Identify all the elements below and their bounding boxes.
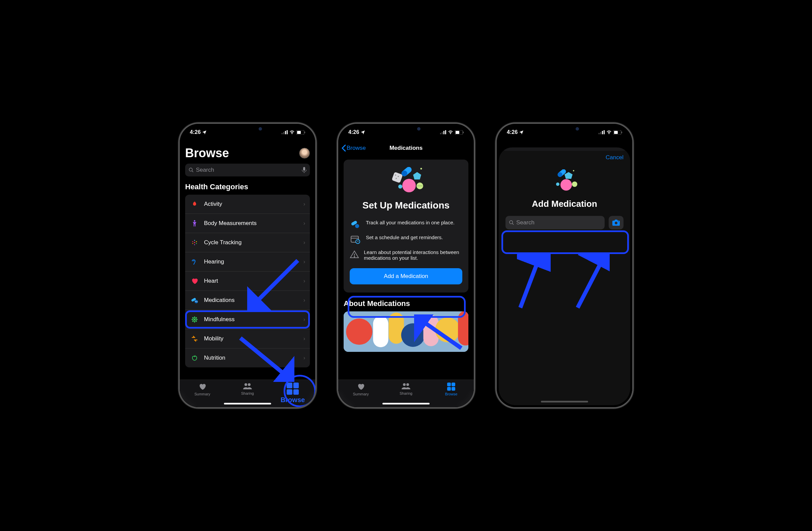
warning-icon: [350, 250, 359, 259]
search-icon: [509, 220, 514, 225]
svg-rect-70: [604, 130, 605, 134]
search-bar[interactable]: [185, 163, 310, 176]
tab-label: Browse: [280, 396, 305, 404]
home-indicator[interactable]: [382, 403, 430, 404]
mindfulness-icon: [191, 316, 198, 323]
feature-track: Track all your medications in one place.: [350, 217, 462, 232]
category-label: Heart: [204, 278, 304, 284]
svg-point-15: [192, 241, 193, 242]
tab-label: Sharing: [241, 391, 254, 396]
chevron-right-icon: ›: [304, 220, 305, 226]
category-medications[interactable]: Medications ›: [185, 291, 310, 310]
svg-rect-67: [598, 133, 599, 134]
heart-fill-icon: [357, 383, 365, 391]
battery-icon: [613, 130, 622, 134]
back-button[interactable]: Browse: [342, 145, 366, 152]
category-mindfulness[interactable]: Mindfulness ›: [185, 310, 310, 329]
category-activity[interactable]: Activity ›: [185, 195, 310, 214]
svg-rect-31: [440, 133, 441, 134]
category-cycle[interactable]: Cycle Tracking ›: [185, 233, 310, 252]
svg-point-8: [194, 220, 195, 221]
svg-point-21: [191, 319, 193, 320]
svg-point-19: [194, 316, 195, 318]
sheet-title: Add Medication: [499, 199, 630, 209]
camera-button[interactable]: [609, 216, 624, 229]
svg-rect-34: [445, 130, 446, 134]
svg-rect-59: [389, 312, 404, 344]
chevron-right-icon: ›: [304, 240, 305, 246]
category-label: Body Measurements: [204, 220, 304, 227]
pills-small-icon: [350, 220, 361, 229]
category-heart[interactable]: Heart ›: [185, 272, 310, 291]
svg-rect-7: [303, 167, 305, 171]
profile-avatar[interactable]: [299, 148, 310, 159]
svg-point-47: [398, 185, 402, 189]
home-indicator[interactable]: [224, 403, 271, 404]
battery-icon: [296, 130, 305, 134]
svg-point-45: [402, 179, 416, 192]
tab-browse[interactable]: Browse: [279, 383, 306, 404]
mic-icon[interactable]: [302, 167, 306, 173]
category-hearing[interactable]: Hearing ›: [185, 252, 310, 272]
svg-point-22: [196, 319, 198, 320]
svg-point-80: [573, 170, 574, 171]
tab-sharing[interactable]: Sharing: [392, 383, 420, 396]
cellular-icon: [598, 130, 605, 134]
svg-rect-63: [458, 311, 468, 345]
status-time: 4:26: [507, 129, 518, 135]
svg-point-48: [420, 168, 422, 170]
search-input[interactable]: [196, 167, 302, 173]
notch: [381, 124, 431, 134]
category-label: Mindfulness: [204, 316, 304, 323]
svg-rect-58: [373, 316, 388, 347]
svg-point-55: [354, 256, 355, 257]
category-label: Medications: [204, 297, 304, 304]
svg-point-10: [194, 240, 195, 241]
svg-rect-38: [392, 172, 403, 183]
about-card[interactable]: [344, 311, 468, 352]
svg-point-39: [395, 174, 396, 176]
apple-icon: [191, 354, 198, 362]
people-icon: [401, 383, 411, 390]
grid-icon: [287, 383, 299, 395]
category-body[interactable]: Body Measurements ›: [185, 214, 310, 233]
setup-card: Set Up Medications Track all your medica…: [344, 160, 468, 292]
home-indicator[interactable]: [541, 401, 588, 402]
phone-add-medication: 4:26 Cancel: [495, 123, 634, 408]
location-icon: [361, 130, 365, 134]
add-medication-button[interactable]: Add a Medication: [350, 268, 462, 284]
tab-summary[interactable]: Summary: [189, 383, 216, 396]
pills-icon: [190, 297, 199, 304]
category-mobility[interactable]: Mobility ›: [185, 329, 310, 348]
notch: [222, 124, 273, 134]
mobility-icon: [191, 335, 198, 342]
svg-point-60: [401, 323, 425, 347]
search-placeholder: Search: [516, 219, 535, 226]
category-label: Mobility: [204, 335, 304, 342]
svg-rect-73: [622, 132, 622, 133]
svg-point-14: [192, 243, 193, 244]
wifi-icon: [289, 130, 295, 134]
tab-browse[interactable]: Browse: [438, 383, 465, 396]
svg-rect-36: [455, 131, 459, 134]
tab-sharing[interactable]: Sharing: [234, 383, 261, 396]
chevron-right-icon: ›: [304, 259, 305, 265]
cancel-button[interactable]: Cancel: [606, 154, 624, 161]
category-nutrition[interactable]: Nutrition ›: [185, 348, 310, 368]
chevron-right-icon: ›: [304, 336, 305, 342]
add-medication-sheet: Cancel Add Medication Search: [499, 147, 630, 405]
wifi-icon: [606, 130, 612, 134]
search-field[interactable]: Search: [506, 216, 605, 229]
page-title: Browse: [185, 146, 229, 160]
svg-marker-44: [413, 172, 421, 180]
chevron-right-icon: ›: [304, 316, 305, 322]
feature-text: Track all your medications in one place.: [366, 220, 454, 225]
feature-schedule: Set a schedule and get reminders.: [350, 232, 462, 247]
cycle-icon: [191, 239, 198, 246]
svg-point-50: [355, 224, 359, 228]
about-heading: About Medications: [338, 297, 474, 311]
tab-summary[interactable]: Summary: [347, 383, 374, 396]
chevron-right-icon: ›: [304, 201, 305, 207]
svg-point-24: [195, 317, 197, 319]
svg-rect-1: [283, 132, 284, 134]
